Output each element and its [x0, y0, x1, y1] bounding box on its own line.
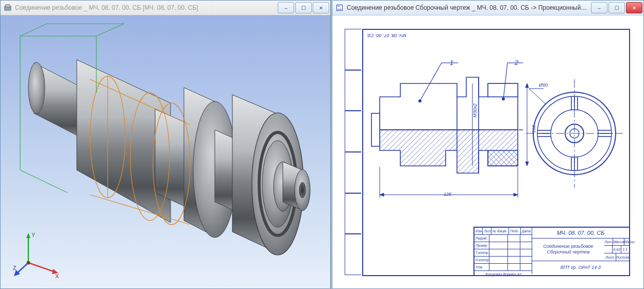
dim-thread: M30x2 — [472, 104, 478, 117]
svg-marker-42 — [514, 193, 518, 196]
tb-material: ВПТ гр. ОРАТ 14-2 — [532, 261, 629, 274]
svg-point-39 — [502, 98, 505, 100]
maximize-button[interactable]: ☐ — [608, 2, 625, 13]
title-block: Изм. Лист № докум. Подп. Дата Разраб. Пр… — [473, 227, 630, 276]
drawing-frame: МЧ. 08. 07. 00. СБ — [362, 29, 630, 276]
titlebar-left[interactable]: Соединение резьбовое _ МЧ. 08. 07. 00. С… — [1, 1, 330, 15]
svg-rect-23 — [337, 5, 343, 11]
svg-rect-28 — [488, 150, 518, 166]
drawing-icon — [335, 4, 344, 12]
drawing-viewport[interactable]: МЧ. 08. 07. 00. СБ — [332, 15, 643, 288]
svg-point-2 — [28, 62, 45, 114]
dim-length: 125 — [444, 192, 451, 197]
svg-point-36 — [419, 100, 421, 103]
title-right: Соединение резьбовое Сборочный чертеж _ … — [347, 4, 588, 11]
close-button[interactable]: ✕ — [626, 2, 642, 13]
dim-angle: Ø60 — [539, 82, 548, 88]
tb-metrics: Лит.МассаМасш. 0,931:1 ЛистЛистов — [604, 238, 629, 261]
titlebar-right[interactable]: Соединение резьбовое Сборочный чертеж _ … — [332, 1, 643, 15]
section-view — [368, 47, 535, 212]
svg-rect-29 — [488, 83, 518, 97]
chrome-buttons-right: – ☐ ✕ — [590, 2, 642, 13]
svg-line-68 — [529, 89, 546, 104]
title-left: Соединение резьбовое _ МЧ. 08. 07. 00. С… — [15, 4, 275, 11]
minimize-button[interactable]: – — [278, 2, 294, 13]
svg-marker-41 — [380, 193, 384, 196]
model-window: Соединение резьбовое _ МЧ. 08. 07. 00. С… — [0, 0, 331, 289]
svg-rect-1 — [6, 5, 10, 7]
model-render — [1, 15, 330, 288]
binding-margin — [345, 29, 361, 276]
viewport-3d[interactable]: Y X Z — [1, 15, 330, 288]
maximize-button[interactable]: ☐ — [295, 2, 312, 13]
drawing-window: Соединение резьбовое Сборочный чертеж _ … — [332, 0, 644, 289]
svg-rect-31 — [371, 113, 380, 146]
svg-point-9 — [299, 182, 306, 198]
tb-code: МЧ. 08. 07. 00. СБ — [532, 228, 629, 239]
drawing-sheet: МЧ. 08. 07. 00. СБ — [337, 21, 637, 282]
close-button[interactable]: ✕ — [313, 2, 329, 13]
balloon-1: 1 — [450, 59, 453, 66]
balloon-2: 2 — [515, 59, 518, 66]
minimize-button[interactable]: – — [591, 2, 607, 13]
end-view — [526, 79, 623, 188]
reverse-code-tab: МЧ. 08. 07. 00. СБ — [367, 33, 406, 38]
tb-name: Соединение резьбовое Сборочный чертеж — [532, 238, 604, 261]
model-icon — [4, 4, 12, 12]
chrome-buttons-left: – ☐ ✕ — [277, 2, 329, 13]
